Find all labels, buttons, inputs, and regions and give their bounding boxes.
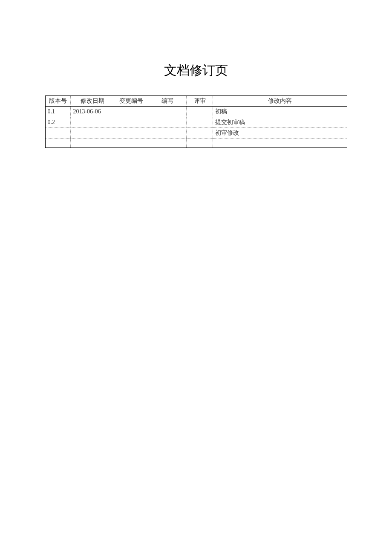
cell-author — [148, 117, 187, 128]
cell-content — [213, 139, 347, 148]
table-body: 0.1 2013-06-06 初稿 0.2 提交初审稿 初审修改 — [45, 107, 347, 148]
cell-author — [148, 128, 187, 139]
cell-author — [148, 107, 187, 117]
cell-author — [148, 139, 187, 148]
cell-change-no — [114, 117, 148, 128]
cell-change-no — [114, 128, 148, 139]
cell-content: 提交初审稿 — [213, 117, 347, 128]
header-author: 编写 — [148, 96, 187, 107]
table-row — [45, 139, 347, 148]
table-header-row: 版本号 修改日期 变更编号 编写 评审 修改内容 — [45, 96, 347, 107]
cell-date — [71, 128, 114, 139]
cell-version — [45, 139, 71, 148]
table-row: 初审修改 — [45, 128, 347, 139]
cell-review — [187, 117, 213, 128]
table-row: 0.1 2013-06-06 初稿 — [45, 107, 347, 117]
page-title: 文档修订页 — [0, 62, 392, 79]
cell-date — [71, 117, 114, 128]
cell-version: 0.2 — [45, 117, 71, 128]
cell-content: 初审修改 — [213, 128, 347, 139]
header-review: 评审 — [187, 96, 213, 107]
cell-change-no — [114, 107, 148, 117]
table-row: 0.2 提交初审稿 — [45, 117, 347, 128]
cell-version — [45, 128, 71, 139]
cell-change-no — [114, 139, 148, 148]
header-change-no: 变更编号 — [114, 96, 148, 107]
cell-review — [187, 139, 213, 148]
revision-table: 版本号 修改日期 变更编号 编写 评审 修改内容 0.1 2013-06-06 … — [45, 95, 347, 148]
cell-content: 初稿 — [213, 107, 347, 117]
header-date: 修改日期 — [71, 96, 114, 107]
cell-date — [71, 139, 114, 148]
cell-review — [187, 107, 213, 117]
cell-review — [187, 128, 213, 139]
cell-version: 0.1 — [45, 107, 71, 117]
cell-date: 2013-06-06 — [71, 107, 114, 117]
header-content: 修改内容 — [213, 96, 347, 107]
header-version: 版本号 — [45, 96, 71, 107]
